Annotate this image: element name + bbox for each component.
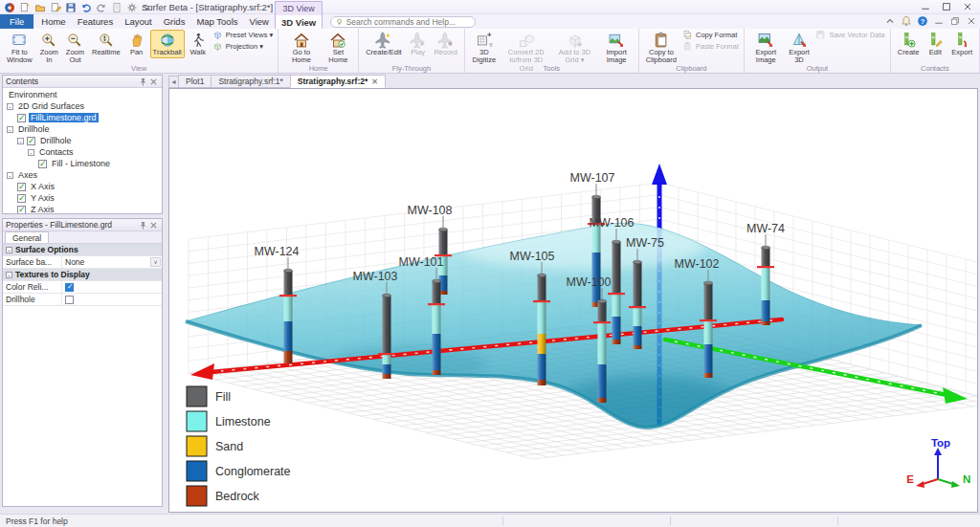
document-tab-stratigraphy-srf-1[interactable]: Stratigraphy.srf:1* (211, 75, 290, 88)
ribbon-button-fit-to-window[interactable]: Fit to Window (4, 30, 35, 67)
tree-item-contacts[interactable]: -Contacts (3, 146, 162, 158)
close-button[interactable] (957, 0, 978, 13)
window-controls (915, 0, 978, 13)
contents-panel: Contents Environment-2D Grid SurfacesFil… (2, 75, 163, 214)
tab-view[interactable]: View (244, 14, 275, 29)
ribbon-button-zoom-in[interactable]: Zoom In (37, 30, 61, 67)
close-icon[interactable] (148, 220, 159, 231)
tree-item-z-axis[interactable]: Z Axis (3, 204, 162, 213)
gear-icon[interactable] (125, 1, 138, 13)
ribbon-button-trackball[interactable]: Trackball (150, 30, 185, 58)
tab-file[interactable]: File (0, 14, 33, 29)
pin-icon[interactable] (138, 77, 148, 87)
document-tab-plot1[interactable]: Plot1 (178, 75, 212, 88)
chevron-down-icon[interactable]: ˅ (150, 257, 161, 267)
ribbon-button-preset-views[interactable]: Preset Views ▾ (212, 30, 273, 40)
collapse-icon[interactable]: - (6, 272, 12, 278)
close-icon[interactable] (148, 77, 159, 87)
expander-icon[interactable]: - (7, 172, 13, 179)
maximize-button[interactable] (936, 0, 957, 13)
copy-to-clipboard-icon (653, 32, 670, 49)
search-input[interactable] (346, 17, 471, 27)
ribbon-button-create[interactable]: Create (895, 30, 923, 58)
tab-home[interactable]: Home (35, 14, 71, 29)
ribbon-button-zoom-out[interactable]: Zoom Out (63, 30, 87, 67)
ribbon-button-export-image[interactable]: Export Image (748, 30, 784, 67)
checkbox[interactable] (38, 160, 47, 168)
tree-item-fill-limestone[interactable]: Fill - Limestone (3, 158, 162, 169)
checkbox[interactable] (65, 283, 74, 292)
ribbon-button-create-edit[interactable]: Create/Edit (363, 30, 405, 58)
tab-grids[interactable]: Grids (158, 14, 191, 29)
ribbon-group-output: Export ImageExport 3DSave Vector DataOut… (745, 29, 891, 73)
redo-icon[interactable] (95, 1, 107, 13)
3d-view-canvas[interactable]: MW-108MW-107MW-124MW-103MW-101MW-105MW-7… (168, 88, 978, 513)
document-tab-stratigraphy-srf-2[interactable]: Stratigraphy.srf:2*✕ (290, 75, 386, 88)
ribbon-button-edit[interactable]: Edit (924, 30, 947, 58)
pin-icon[interactable] (138, 220, 148, 231)
ribbon-button-realtime[interactable]: Realtime (89, 30, 123, 58)
expander-icon[interactable]: - (7, 103, 13, 110)
ribbon-button-export[interactable]: Export (948, 30, 975, 58)
tree-item-x-axis[interactable]: X Axis (3, 181, 162, 192)
tree-item-axes[interactable]: -Axes (3, 169, 162, 181)
expander-icon[interactable]: - (7, 126, 13, 133)
checkbox[interactable] (17, 206, 26, 214)
ribbon-button-export-3d[interactable]: Export 3D (786, 30, 813, 67)
ribbon-button-3d-digitize[interactable]: Y3D Digitize (469, 30, 500, 67)
checkbox[interactable] (65, 296, 74, 304)
scene-3d[interactable]: MW-108MW-107MW-124MW-103MW-101MW-105MW-7… (169, 89, 977, 512)
expander-icon[interactable]: - (28, 149, 34, 156)
minimize-button[interactable] (915, 0, 936, 13)
undo-icon[interactable] (79, 1, 92, 13)
expander-icon[interactable]: - (17, 138, 24, 144)
edit-doc-icon[interactable] (49, 1, 61, 13)
checkbox[interactable] (27, 137, 35, 145)
property-section-surface-options[interactable]: -Surface Options (3, 244, 162, 256)
close-tab-icon[interactable]: ✕ (371, 77, 378, 86)
well-label: MW-103 (352, 270, 397, 283)
tree-item-environment[interactable]: Environment (3, 89, 162, 100)
dropdown-value[interactable]: None (65, 257, 84, 267)
ribbon-button-copy-to-clipboard[interactable]: Copy to Clipboard (643, 30, 679, 67)
doc-restore-button[interactable] (948, 15, 961, 28)
orientation-indicator[interactable]: TopEN (906, 437, 970, 488)
tree-item-drillhole[interactable]: -Drillhole (3, 123, 162, 135)
ribbon-button-pan[interactable]: Pan (125, 30, 148, 58)
doc-minimize-button[interactable] (932, 15, 945, 28)
tree-item-filllimestone-grd[interactable]: FillLimestone.grd (3, 112, 162, 123)
legend-swatch-sand (187, 436, 207, 456)
new-icon[interactable] (18, 1, 31, 13)
ribbon-button-projection[interactable]: Projection ▾ (212, 41, 273, 52)
bell-icon[interactable] (900, 15, 912, 28)
page-icon[interactable] (110, 1, 122, 13)
tab-features[interactable]: Features (72, 14, 120, 29)
tab-map-tools[interactable]: Map Tools (190, 14, 243, 29)
collapse-ribbon-icon[interactable] (883, 15, 896, 28)
ribbon-button-go-to-home[interactable]: Go to Home (282, 30, 320, 67)
tab-layout[interactable]: Layout (119, 14, 158, 29)
app-logo-icon[interactable] (3, 1, 15, 13)
tree-item-label: Axes (16, 170, 39, 180)
stratigraphy-legend[interactable]: FillLimestoneSandConglomerateBedrock (187, 386, 291, 506)
checkbox[interactable] (17, 114, 26, 122)
tree-item-2d-grid-surfaces[interactable]: -2D Grid Surfaces (3, 100, 162, 112)
ribbon-button-record: Record (432, 30, 460, 58)
ribbon-button-set-home[interactable]: Set Home (323, 30, 355, 67)
collapse-icon[interactable]: - (6, 247, 12, 253)
open-icon[interactable] (33, 1, 46, 13)
ribbon-button-import-image[interactable]: Import Image (598, 30, 635, 67)
checkbox[interactable] (17, 194, 26, 203)
tab-3d-view[interactable]: 3D View3D View (275, 14, 323, 29)
tree-item-drillhole[interactable]: -Drillhole (3, 135, 162, 146)
tab-general[interactable]: General (5, 231, 49, 243)
tree-item-label: Y Axis (29, 193, 56, 203)
save-icon[interactable] (64, 1, 77, 13)
checkbox[interactable] (17, 183, 26, 191)
property-section-textures-to-display[interactable]: -Textures to Display (3, 269, 162, 281)
doc-close-button[interactable] (965, 15, 977, 28)
help-icon[interactable]: ? (916, 15, 928, 28)
tree-item-y-axis[interactable]: Y Axis (3, 192, 162, 204)
ribbon-button-walk[interactable]: Walk (187, 30, 210, 58)
ribbon-button-copy-format[interactable]: Copy Format (682, 30, 739, 40)
